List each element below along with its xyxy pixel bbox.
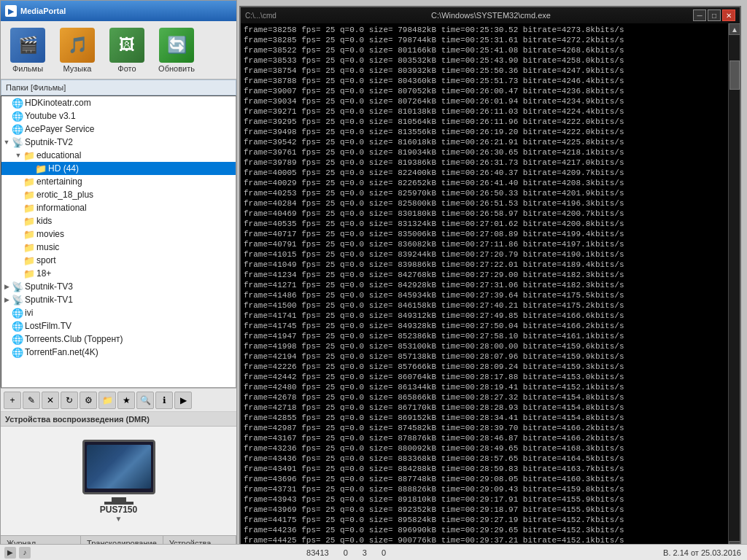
cmd-line: frame=39007 fps= 25 q=0.0 size= 807052kB… — [244, 86, 725, 96]
tree-item-sputnik-tv2[interactable]: ▼📡Sputnik-TV2 — [1, 136, 236, 149]
refresh-button[interactable]: ↻ — [61, 392, 78, 409]
cmd-line: frame=42194 fps= 25 q=0.0 size= 857138kB… — [244, 351, 725, 362]
films-icon: 🎬 — [10, 28, 45, 63]
star-button[interactable]: ★ — [117, 392, 135, 409]
cmd-line: frame=38754 fps= 25 q=0.0 size= 803932kB… — [244, 66, 725, 76]
delete-button[interactable]: ✕ — [42, 392, 59, 409]
label-sputnik-tv2: Sputnik-TV2 — [25, 137, 73, 147]
cmd-content: frame=38258 fps= 25 q=0.0 size= 798482kB… — [241, 23, 728, 553]
label-ivi: ivi — [25, 308, 33, 318]
scroll-up-button[interactable]: ▲ — [729, 23, 740, 35]
app-icon: ▶ — [5, 5, 17, 17]
tree-item-informational[interactable]: 📁informational — [1, 201, 236, 214]
cmd-line: frame=41947 fps= 25 q=0.0 size= 852386kB… — [244, 331, 725, 341]
cmd-close-button[interactable]: ✕ — [722, 9, 735, 21]
tree-item-kids[interactable]: 📁kids — [1, 214, 236, 228]
update-icon: 🔄 — [159, 28, 194, 63]
tree-item-sputnik-tv1[interactable]: ▶📡Sputnik-TV1 — [1, 293, 236, 306]
scrollbar-track[interactable] — [729, 35, 740, 541]
cmd-line: frame=42480 fps= 25 q=0.0 size= 861344kB… — [244, 382, 725, 392]
cmd-line: frame=42855 fps= 25 q=0.0 size= 869152kB… — [244, 413, 725, 423]
icon-sputnik-tv2: 📡 — [12, 136, 23, 148]
films-label: Фильмы — [12, 64, 43, 73]
edit-button[interactable]: ✎ — [23, 392, 40, 409]
cmd-line: frame=44236 fps= 25 q=0.0 size= 896990kB… — [244, 525, 725, 535]
label-sputnik-tv3: Sputnik-TV3 — [25, 281, 73, 292]
tree-item-hdkinoteatr[interactable]: 🌐HDKinoteatr.com — [1, 96, 236, 109]
expand-sputnik-tv1[interactable]: ▶ — [1, 295, 12, 305]
cmd-restore-button[interactable]: □ — [708, 9, 721, 21]
expand-educational[interactable]: ▼ — [13, 150, 23, 160]
tree-item-ivi[interactable]: 🌐ivi — [1, 306, 236, 319]
play-button[interactable]: ▶ — [174, 392, 192, 409]
tree-item-music[interactable]: 📁music — [1, 241, 236, 254]
photo-button[interactable]: 🖼 Фото — [106, 28, 148, 73]
cmd-line: frame=41745 fps= 25 q=0.0 size= 849328kB… — [244, 321, 725, 331]
label-hd44: HD (44) — [48, 163, 79, 174]
cmd-line: frame=39761 fps= 25 q=0.0 size= 819034kB… — [244, 147, 725, 158]
status-num3: 3 — [363, 548, 367, 557]
label-acepayer: AcePayer Service — [25, 124, 94, 134]
label-hdkinoteatr: HDKinoteatr.com — [25, 98, 91, 108]
cmd-line: frame=40029 fps= 25 q=0.0 size= 822652kB… — [244, 178, 725, 188]
tree-item-sputnik-tv3[interactable]: ▶📡Sputnik-TV3 — [1, 280, 236, 293]
scrollbar-thumb[interactable] — [729, 61, 740, 90]
cmd-line: frame=41271 fps= 25 q=0.0 size= 842928kB… — [244, 280, 725, 290]
tree-item-18plus[interactable]: 📁18+ — [1, 267, 236, 280]
tv-screen — [87, 445, 151, 489]
icon-lostfilm: 🌐 — [12, 320, 23, 332]
search-button[interactable]: 🔍 — [136, 392, 154, 409]
cmd-line: frame=41015 fps= 25 q=0.0 size= 839244kB… — [244, 249, 725, 260]
status-num4: 0 — [382, 548, 386, 557]
cmd-minimize-button[interactable]: ─ — [693, 9, 706, 21]
icon-hdkinoteatr: 🌐 — [12, 97, 23, 109]
info-button[interactable]: ℹ — [155, 392, 173, 409]
tree-item-acepayer[interactable]: 🌐AcePayer Service — [1, 122, 236, 136]
films-button[interactable]: 🎬 Фильмы — [7, 28, 49, 73]
icon-youtube: 🌐 — [12, 110, 23, 122]
dmr-device-name: PUS7150 — [100, 505, 137, 515]
tree-item-erotic_18_plus[interactable]: 📁erotic_18_plus — [1, 188, 236, 201]
cmd-line: frame=40717 fps= 25 q=0.0 size= 835006kB… — [244, 229, 725, 239]
expand-sputnik-tv3[interactable]: ▶ — [1, 281, 12, 292]
cmd-line: frame=40284 fps= 25 q=0.0 size= 825800kB… — [244, 198, 725, 209]
label-entertaining: entertaining — [36, 176, 82, 187]
expand-sputnik-tv2[interactable]: ▼ — [1, 137, 12, 147]
cmd-line: frame=40791 fps= 25 q=0.0 size= 836082kB… — [244, 239, 725, 249]
icon-music: 📁 — [23, 241, 35, 253]
music-label: Музыка — [63, 64, 92, 73]
music-button[interactable]: 🎵 Музыка — [56, 28, 98, 73]
status-audio-icon: ♪ — [19, 547, 31, 559]
photo-icon: 🖼 — [109, 28, 144, 63]
icon-hd44: 📁 — [35, 163, 47, 174]
tree-view: 🌐HDKinoteatr.com 🌐Youtube v3.1 🌐AcePayer… — [1, 96, 236, 388]
tree-item-sport[interactable]: 📁sport — [1, 254, 236, 267]
tree-item-lostfilm[interactable]: 🌐LostFilm.TV — [1, 319, 236, 332]
update-button[interactable]: 🔄 Обновить — [155, 28, 198, 73]
dmr-title: Устройства воспроизведения (DMR) — [1, 412, 236, 427]
dmr-arrow[interactable]: ▼ — [115, 515, 123, 523]
tree-item-youtube[interactable]: 🌐Youtube v3.1 — [1, 109, 236, 122]
cmd-line: frame=40535 fps= 25 q=0.0 size= 831324kB… — [244, 219, 725, 229]
status-icons: ▶ ♪ — [0, 547, 35, 559]
cmd-line: frame=39034 fps= 25 q=0.0 size= 807264kB… — [244, 96, 725, 106]
cmd-line: frame=38258 fps= 25 q=0.0 size= 798482kB… — [244, 25, 725, 35]
label-sputnik-tv1: Sputnik-TV1 — [25, 295, 73, 305]
tree-item-hd44[interactable]: 📁HD (44) — [1, 162, 236, 175]
label-torreents: Torreents.Club (Торрент) — [25, 334, 123, 344]
tree-item-movies[interactable]: 📁movies — [1, 228, 236, 241]
bottom-toolbar: + ✎ ✕ ↻ ⚙ 📁 ★ 🔍 ℹ ▶ — [1, 388, 236, 411]
status-numbers: 83413 0 3 0 — [35, 548, 657, 557]
add-button[interactable]: + — [4, 392, 21, 409]
tree-item-educational[interactable]: ▼📁educational — [1, 149, 236, 162]
settings-button[interactable]: ⚙ — [80, 392, 97, 409]
label-torrentfan: TorrentFan.net(4K) — [25, 347, 98, 357]
icon-acepayer: 🌐 — [12, 123, 23, 135]
tree-item-torrentfan[interactable]: 🌐TorrentFan.net(4K) — [1, 346, 236, 359]
tree-item-entertaining[interactable]: 📁entertaining — [1, 175, 236, 188]
cmd-line: frame=43491 fps= 25 q=0.0 size= 884288kB… — [244, 464, 725, 474]
folder-button[interactable]: 📁 — [98, 392, 116, 409]
cmd-line: frame=43167 fps= 25 q=0.0 size= 878876kB… — [244, 433, 725, 443]
cmd-line: frame=42987 fps= 25 q=0.0 size= 874582kB… — [244, 423, 725, 433]
tree-item-torreents[interactable]: 🌐Torreents.Club (Торрент) — [1, 332, 236, 346]
